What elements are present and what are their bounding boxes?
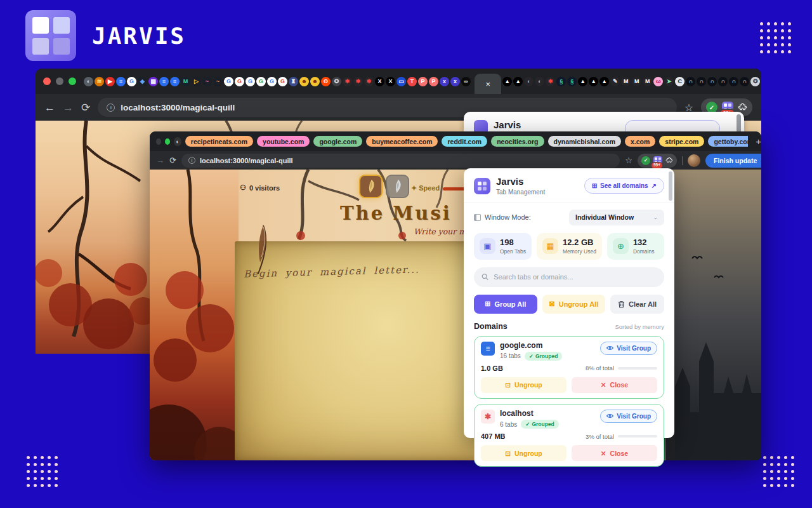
search-input[interactable] <box>494 273 657 281</box>
tab-group-pill[interactable]: x.com <box>625 136 655 147</box>
back-nav-icon[interactable]: → <box>156 156 164 164</box>
inactive-tab-dot[interactable] <box>156 138 161 145</box>
site-info-icon[interactable]: i <box>188 157 195 164</box>
tab-favicon[interactable]: ✱ <box>546 77 555 86</box>
tab-favicon[interactable]: G <box>235 77 244 86</box>
tab-favicon[interactable]: ✱ <box>343 77 352 86</box>
tab-favicon[interactable]: M <box>621 77 631 86</box>
tab-favicon[interactable]: ω <box>653 77 663 86</box>
tab-favicon[interactable]: ≡ <box>170 77 180 86</box>
tab-group-pill[interactable]: youtube.com <box>257 136 310 147</box>
bookmark-star-icon[interactable]: ☆ <box>625 156 632 165</box>
tab-favicon[interactable]: ✱ <box>364 77 374 86</box>
address-bar[interactable]: i localhost:3000/magical-quill <box>181 154 620 168</box>
tab-favicon[interactable]: G <box>224 77 233 86</box>
tab-favicon[interactable]: P <box>429 77 438 86</box>
tab-favicon[interactable]: ◐ <box>535 77 544 86</box>
tab-group-pill[interactable]: stripe.com <box>659 136 704 147</box>
jarvis-extension-icon[interactable]: 99+ <box>653 156 662 165</box>
tab-favicon[interactable]: ▲ <box>589 77 598 86</box>
quill-tool-selected-button[interactable] <box>359 175 383 198</box>
tab-favicon[interactable]: ◐ <box>524 77 534 86</box>
close-domain-button[interactable]: ✕ Close <box>572 377 657 393</box>
tab-group-pill[interactable]: neocities.org <box>491 136 544 147</box>
tab-favicon[interactable]: G <box>256 77 266 86</box>
group-all-button[interactable]: ⊞ Group All <box>474 295 537 314</box>
new-tab-button[interactable]: + <box>756 136 761 147</box>
minimize-window-button[interactable] <box>56 77 63 85</box>
tab-favicon[interactable]: ✎ <box>610 77 620 86</box>
tab-favicon[interactable]: x <box>450 77 460 86</box>
tab-favicon[interactable]: M <box>181 77 190 86</box>
tab-group-pill[interactable]: recipetineats.com <box>185 136 253 147</box>
extensions-puzzle-icon[interactable] <box>665 157 673 164</box>
tab-favicon[interactable]: ∩ <box>686 77 695 86</box>
tab-favicon[interactable]: ▲ <box>502 77 512 86</box>
tab-favicon[interactable]: ▶ <box>105 77 115 86</box>
tab-favicon[interactable]: ≡ <box>116 77 126 86</box>
status-check-icon[interactable]: ✓ <box>641 156 650 165</box>
tab-group-pill[interactable]: reddit.com <box>442 136 487 147</box>
window-controls[interactable] <box>43 77 76 85</box>
window-mode-select[interactable]: Individual Window ⌄ <box>569 210 664 225</box>
reload-icon[interactable]: ⟳ <box>169 156 176 164</box>
active-tab-dot[interactable] <box>165 138 170 145</box>
scrollbar-thumb[interactable] <box>669 171 672 201</box>
see-all-domains-button[interactable]: ⊞ See all domains ↗ <box>584 178 664 194</box>
close-domain-button[interactable]: ✕ Close <box>572 445 657 461</box>
tab-favicon[interactable]: ◐ <box>174 137 181 146</box>
tab-favicon[interactable]: X <box>375 77 384 86</box>
quill-tool-alt-button[interactable] <box>386 175 409 198</box>
tab-favicon[interactable]: § <box>556 77 566 86</box>
scrollbar-thumb[interactable] <box>737 114 741 131</box>
tab-favicon[interactable]: G <box>278 77 287 86</box>
back-nav-icon[interactable]: ← <box>44 102 55 113</box>
tab-favicon[interactable]: ∩ <box>707 77 717 86</box>
tab-favicon[interactable]: P <box>418 77 428 86</box>
tab-favicon[interactable]: ♜ <box>289 77 298 86</box>
tab-favicon[interactable]: X <box>386 77 395 86</box>
close-tab-icon[interactable]: × <box>486 79 491 89</box>
profile-avatar[interactable] <box>688 154 700 167</box>
tab-favicon[interactable]: ▲ <box>513 77 523 86</box>
forward-nav-icon[interactable]: → <box>63 102 74 113</box>
reload-icon[interactable]: ⟳ <box>81 102 90 113</box>
tab-group-pill[interactable]: buymeacoffee.com <box>366 136 438 147</box>
active-tab[interactable]: × <box>475 74 501 94</box>
tab-favicon[interactable]: ∩ <box>740 77 749 86</box>
tab-favicon[interactable]: ✱ <box>353 77 363 86</box>
ungroup-all-button[interactable]: ⊠ Ungroup All <box>542 295 606 314</box>
tab-favicon[interactable]: ☻ <box>299 77 309 86</box>
visit-group-button[interactable]: Visit Group <box>600 342 657 355</box>
tab-favicon[interactable]: ✪ <box>750 77 760 86</box>
maximize-window-button[interactable] <box>69 77 76 85</box>
tab-group-pill[interactable]: google.com <box>313 136 362 147</box>
tab-favicon[interactable]: G <box>267 77 277 86</box>
tab-favicon[interactable]: x <box>440 77 449 86</box>
tab-favicon[interactable]: ∩ <box>718 77 728 86</box>
ungroup-domain-button[interactable]: ⊡ Ungroup <box>481 377 566 393</box>
tab-favicon[interactable]: ∩ <box>729 77 738 86</box>
tab-favicon[interactable]: ▲ <box>599 77 609 86</box>
tab-group-pill[interactable]: dynamicbishal.com <box>548 136 621 147</box>
tab-group-pill[interactable]: gettoby.com <box>708 136 748 147</box>
tab-favicon[interactable]: ➤ <box>664 77 674 86</box>
tab-favicon[interactable]: ▲ <box>578 77 587 86</box>
ungroup-domain-button[interactable]: ⊡ Ungroup <box>481 445 566 461</box>
tab-favicon[interactable]: ◆ <box>138 77 147 86</box>
tab-favicon[interactable]: ▤ <box>148 77 158 86</box>
tab-favicon[interactable]: G <box>246 77 255 86</box>
tab-favicon[interactable]: M <box>643 77 652 86</box>
extensions-puzzle-icon[interactable] <box>738 103 747 112</box>
tab-favicon[interactable]: ▷ <box>192 77 201 86</box>
tab-favicon[interactable]: ∩ <box>697 77 706 86</box>
tab-favicon[interactable]: ≡ <box>159 77 169 86</box>
tab-favicon[interactable]: ~ <box>202 77 212 86</box>
visit-group-button[interactable]: Visit Group <box>600 410 657 423</box>
tab-favicon[interactable]: ∞ <box>461 77 471 86</box>
tab-favicon[interactable]: ≋ <box>95 77 104 86</box>
tab-favicon[interactable]: ~ <box>213 77 223 86</box>
tab-favicon[interactable]: G <box>127 77 136 86</box>
tab-favicon[interactable]: ▭ <box>396 77 406 86</box>
tab-favicon[interactable]: ʘ <box>321 77 331 86</box>
